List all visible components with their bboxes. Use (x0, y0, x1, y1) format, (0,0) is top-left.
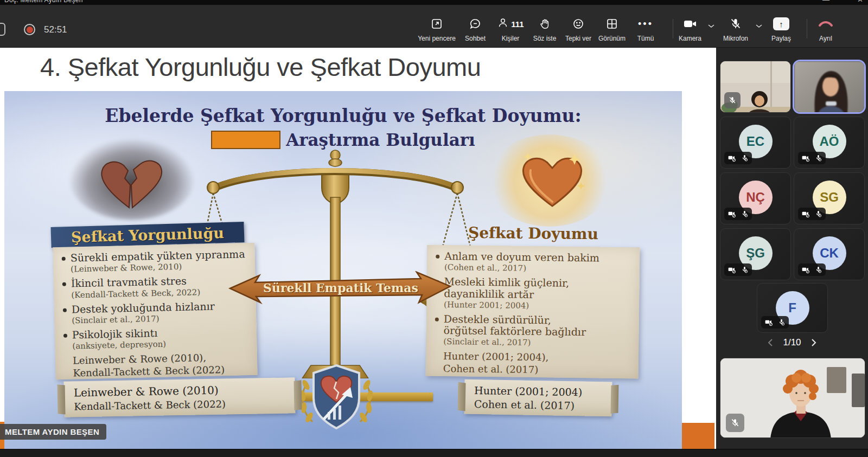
prev-page-icon[interactable] (767, 338, 773, 347)
leave-button[interactable]: Ayrıl (804, 17, 847, 42)
muted-overlay (726, 414, 744, 432)
chat-icon (469, 17, 482, 31)
slide-illustration: Ebelerde Şefkat Yorgunluğu ve Şefkat Doy… (4, 91, 682, 449)
meeting-timer: 52:51 (44, 24, 67, 35)
status-pill (798, 263, 826, 276)
camera-off-icon (802, 266, 810, 274)
view-grid-icon (605, 17, 618, 31)
right-citation-scroll: Hunter (2001; 2004) Cohen et al. (2017) (464, 379, 612, 417)
participant-tile[interactable]: NÇ (720, 172, 791, 224)
window-titlebar: Doç. Meltem Aydın Beşen — ✕ (0, 0, 868, 5)
left-citation-scroll: Leinweber & Rowe (2010) Kendall-Tackett … (63, 377, 295, 417)
camera-button[interactable]: Kamera (667, 17, 713, 42)
mic-off-icon (815, 210, 822, 218)
page-indicator: 1/10 (783, 337, 801, 348)
presenter-video-tile[interactable] (720, 358, 865, 438)
participants-sidebar: EC AÖ (716, 48, 868, 449)
mic-off-icon (815, 154, 822, 162)
bullet-text: İkincil travmatik stres (71, 275, 187, 289)
shield-emblem (292, 362, 381, 432)
participant-tile[interactable]: SG (794, 172, 865, 224)
bullet-cite: (Kendall-Tackett & Beck, 2022) (71, 287, 200, 300)
camera-off-icon (728, 210, 736, 218)
timer-icon (0, 23, 5, 36)
bullet-text: Anlam ve doyum veren bakim (444, 250, 599, 263)
status-pill (724, 208, 752, 220)
status-pill (798, 208, 826, 220)
hangup-icon (818, 17, 834, 31)
slide-orange-accent (682, 423, 714, 449)
share-button[interactable]: ↑ Paylaş (760, 17, 803, 42)
status-pill (724, 263, 752, 276)
recording-indicator: 52:51 (24, 24, 67, 35)
status-pill (724, 152, 752, 164)
bullet-text: Destekle sürdürülür, örğütsel faktörlere… (443, 313, 586, 338)
teams-meeting-window: Doç. Meltem Aydın Beşen — ✕ 52:51 Yeni p… (0, 0, 868, 457)
raise-hand-icon (539, 17, 551, 31)
status-pill (798, 152, 826, 164)
shared-presentation: 4. Şefkat Yorgunluğu ve Şefkat Doyumu Eb… (0, 48, 716, 449)
participant-tile[interactable]: F (757, 283, 828, 333)
new-window-icon (430, 17, 443, 31)
window-title: Doç. Meltem Aydın Beşen (4, 0, 83, 4)
glowing-heart-icon (517, 150, 588, 213)
mic-off-icon (741, 154, 748, 162)
compassion-fatigue-panel: Sürekli empatik yükten yıpranma (Leinweb… (53, 243, 257, 379)
mic-off-icon (741, 266, 748, 274)
video-tile-participant[interactable] (720, 61, 791, 113)
muted-overlay (724, 92, 741, 108)
camera-icon (682, 17, 698, 31)
presenter-name-label: MELTEM AYDIN BEŞEN (0, 424, 106, 440)
mic-muted-icon (729, 17, 742, 31)
mic-off-icon (741, 210, 748, 218)
people-icon (497, 16, 509, 31)
camera-off-icon (802, 155, 810, 162)
next-page-icon[interactable] (811, 338, 817, 347)
mic-off-icon (728, 96, 737, 105)
status-pill (761, 316, 789, 329)
camera-off-icon (728, 266, 736, 274)
bullet-cite: (Hunter 2001; 2004) (444, 300, 529, 311)
broken-heart-icon (97, 153, 167, 213)
bullet-text: Psikolojik sikintı (72, 327, 158, 341)
window-bottom-bar (0, 449, 868, 457)
participant-tile[interactable]: CK (794, 228, 865, 280)
close-button[interactable]: ✕ (857, 0, 863, 4)
bullet-cite: (Cohen et al., 2017) (444, 262, 526, 273)
compassion-satisfaction-panel: Anlam ve doyum veren bakim (Cohen et al.… (426, 245, 640, 379)
camera-off-icon (728, 155, 736, 162)
bullet-text: Sürekli empatik yükten yıpranma (70, 248, 245, 263)
mic-off-icon (778, 318, 785, 326)
mic-off-icon (815, 266, 822, 274)
center-banner: Sürekll Empatik Temas (228, 271, 454, 305)
right-panel-header: Şefkat Doyumu (427, 223, 639, 243)
mic-button[interactable]: Mikrofon (713, 17, 758, 42)
bullet-cite: (Sinclair et al., 2017) (443, 337, 531, 347)
bullet-cite: (anksiyete, depresyon) (72, 339, 166, 351)
active-speaker-video (794, 61, 865, 113)
bullet-text: Mesleki kimlik güçlenir, dayaniklilik ar… (444, 275, 569, 300)
participant-tile[interactable]: ŞG (720, 228, 791, 280)
bullet-text: Destek yokluğunda hizlanır (72, 300, 215, 315)
participant-tile[interactable]: AÖ (794, 117, 865, 169)
left-panel-citations: Leinweber & Rowe (2010), Kendall-Tackett… (73, 351, 250, 379)
video-tile-active-speaker[interactable] (794, 61, 865, 113)
share-icon: ↑ (773, 17, 789, 31)
more-dots-icon: ••• (638, 17, 653, 31)
bullet-cite: (Leinweber & Rowe, 2010) (71, 262, 182, 274)
more-button[interactable]: ••• Tümü (623, 17, 668, 42)
camera-off-icon (765, 319, 773, 326)
right-panel-citations: Hunter (2001; 2004), Cohen et al. (2017) (443, 350, 631, 377)
slide-title: 4. Şefkat Yorgunluğu ve Şefkat Doyumu (40, 52, 481, 82)
bullet-cite: (Sinclair et al., 2017) (72, 314, 159, 326)
minimize-button[interactable]: — (822, 0, 829, 4)
participants-pagination: 1/10 (716, 336, 868, 349)
recording-icon (24, 24, 35, 35)
poster-heading-line1: Ebelerde Şefkat Yorgunluğu ve Şefkat Doy… (4, 105, 682, 126)
center-banner-text: Sürekll Empatik Temas (228, 281, 454, 295)
meeting-toolbar: 52:51 Yeni pencere Sohbet 111 (0, 5, 868, 48)
participant-tile[interactable]: EC (720, 117, 791, 169)
mic-off-icon (730, 418, 740, 428)
react-icon (572, 17, 585, 31)
camera-off-icon (802, 210, 810, 218)
